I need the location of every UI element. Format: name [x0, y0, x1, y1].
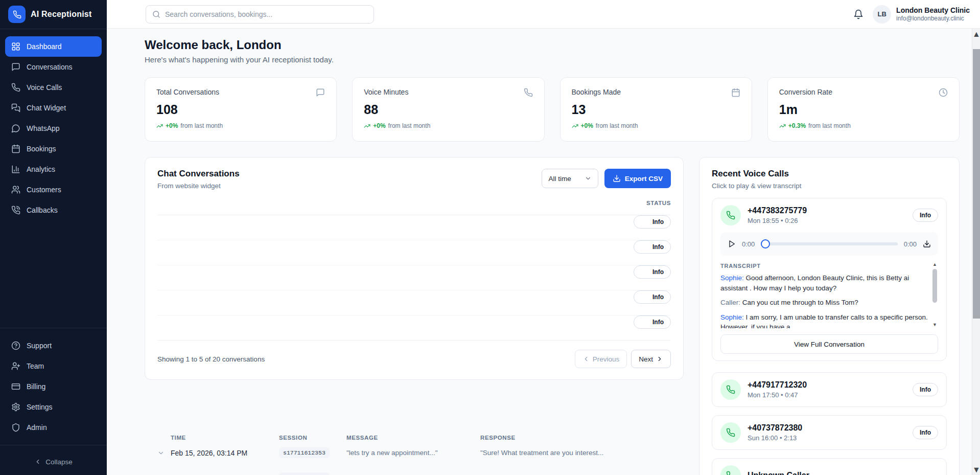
info-button[interactable]: Info: [913, 426, 938, 439]
sidebar-item-admin[interactable]: Admin: [5, 417, 102, 438]
sidebar-item-chat-widget[interactable]: Chat Widget: [5, 98, 102, 118]
download-icon: [613, 174, 621, 183]
trending-up-icon: [156, 123, 163, 129]
info-button[interactable]: Info: [634, 315, 671, 329]
info-button[interactable]: Info: [634, 215, 671, 229]
scroll-down-arrow[interactable]: ▼: [972, 465, 980, 474]
app-logo: AI Receptionist: [0, 0, 107, 29]
sidebar-item-analytics[interactable]: Analytics: [5, 159, 102, 179]
sidebar-item-support[interactable]: Support: [5, 335, 102, 356]
export-csv-button[interactable]: Export CSV: [604, 169, 671, 188]
stat-label: Conversion Rate: [779, 88, 832, 96]
audio-player: 0:00 0:00: [720, 232, 938, 256]
table-row[interactable]: Feb 15, 2026, 04:07 AMs17711212429"hello…: [157, 265, 671, 290]
user-menu[interactable]: LB London Beauty Clinic info@londonbeaut…: [873, 5, 970, 24]
phone-icon: [720, 422, 741, 443]
sidebar-item-bookings[interactable]: Bookings: [5, 139, 102, 159]
transcript-speaker: Caller:: [720, 299, 742, 306]
stats-row: Total Conversations108+0%from last month…: [145, 77, 960, 142]
download-icon[interactable]: [923, 240, 931, 248]
sidebar-item-label: WhatsApp: [27, 124, 60, 132]
analytics-icon: [11, 165, 20, 174]
call-meta: Mon 18:55 • 0:26: [748, 217, 807, 224]
sidebar-item-label: Dashboard: [27, 42, 62, 51]
column-header-session: SESSION: [279, 435, 346, 441]
sidebar-item-label: Billing: [27, 382, 45, 391]
page-title: Welcome back, London: [145, 38, 960, 52]
info-button[interactable]: Info: [634, 290, 671, 304]
admin-icon: [11, 423, 20, 432]
voice-calls-icon: [11, 83, 20, 92]
previous-button[interactable]: Previous: [575, 350, 627, 368]
sidebar-item-team[interactable]: Team: [5, 356, 102, 376]
column-header-response: RESPONSE: [480, 435, 634, 441]
info-button[interactable]: Info: [634, 240, 671, 254]
search-input[interactable]: [165, 10, 367, 18]
stat-card: Total Conversations108+0%from last month: [145, 77, 337, 142]
app-title: AI Receptionist: [31, 10, 91, 19]
bell-icon[interactable]: [853, 9, 864, 19]
table-row[interactable]: Feb 15, 2026, 03:37 AMtest-fix-123"Hello…: [157, 315, 671, 341]
transcript-text: I am sorry, I am unable to transfer call…: [720, 313, 928, 328]
delta-suffix: from last month: [388, 122, 431, 129]
transcript-text: Can you cut me through to Miss Tom?: [742, 299, 858, 306]
table-row[interactable]: Feb 15, 2026, 03:14 PMs17711612353"lets …: [157, 215, 671, 240]
sidebar-item-billing[interactable]: Billing: [5, 376, 102, 397]
sidebar-item-label: Customers: [27, 186, 61, 194]
stat-card: Bookings Made13+0%from last month: [560, 77, 752, 142]
info-button[interactable]: Info: [913, 383, 938, 396]
collapse-button[interactable]: Collapse: [0, 448, 107, 475]
chevron-left-icon: [582, 355, 590, 363]
chat-panel-subtitle: From website widget: [157, 182, 240, 190]
settings-icon: [11, 402, 20, 412]
transcript-message: Sophie: Good afternoon, London Beauty Cl…: [720, 273, 929, 293]
sidebar-item-callbacks[interactable]: Callbacks: [5, 200, 102, 220]
time-filter-select[interactable]: All time: [542, 169, 598, 188]
phone-icon: [720, 465, 741, 475]
view-full-conversation-button[interactable]: View Full Conversation: [720, 334, 938, 354]
seek-slider[interactable]: [761, 239, 897, 249]
delta-value: +0%: [581, 122, 593, 129]
transcript-section: TRANSCRIPT Sophie: Good afternoon, Londo…: [720, 263, 938, 328]
slider-handle[interactable]: [761, 239, 770, 248]
info-button[interactable]: Info: [634, 265, 671, 279]
sidebar-main-nav: DashboardConversationsVoice CallsChat Wi…: [0, 32, 107, 224]
scroll-down-arrow[interactable]: ▼: [932, 322, 937, 328]
sidebar-item-label: Admin: [27, 423, 47, 432]
table-row[interactable]: Feb 15, 2026, 02:44 PMs17711594387"good …: [157, 240, 671, 265]
delta-value: +0%: [166, 122, 178, 129]
row-expand-icon[interactable]: [157, 449, 171, 457]
clock-icon: [939, 88, 948, 97]
time-filter-value: All time: [548, 175, 571, 183]
phone-icon: [524, 88, 533, 97]
voice-call-card[interactable]: Unknown Caller: [712, 458, 947, 475]
chevron-right-icon: [656, 355, 663, 363]
scrollbar-thumb[interactable]: [932, 269, 937, 303]
total-time: 0:00: [904, 240, 917, 248]
table-row[interactable]: Feb 15, 2026, 03:40 AMs17711196420"hi be…: [157, 290, 671, 315]
sidebar-item-whatsapp[interactable]: WhatsApp: [5, 118, 102, 139]
slider-track: [761, 242, 897, 245]
billing-icon: [11, 382, 20, 391]
voice-call-header[interactable]: +447383275779 Mon 18:55 • 0:26 Info: [720, 205, 938, 225]
sidebar-item-label: Callbacks: [27, 206, 58, 214]
info-button[interactable]: Info: [913, 209, 938, 222]
sidebar-item-conversations[interactable]: Conversations: [5, 57, 102, 77]
scrollbar-thumb[interactable]: [973, 49, 980, 319]
phone-icon: [720, 205, 741, 225]
sidebar-item-dashboard[interactable]: Dashboard: [5, 36, 102, 57]
sidebar-item-customers[interactable]: Customers: [5, 179, 102, 200]
sidebar-item-label: Settings: [27, 403, 53, 411]
call-number: +40737872380: [748, 423, 802, 433]
trending-up-icon: [779, 123, 786, 129]
sidebar-item-voice-calls[interactable]: Voice Calls: [5, 77, 102, 98]
play-icon[interactable]: [728, 240, 736, 248]
next-button[interactable]: Next: [631, 350, 671, 368]
voice-call-card[interactable]: +447917712320Mon 17:50 • 0:47Info: [712, 372, 947, 407]
scroll-up-arrow[interactable]: ▲: [972, 30, 980, 38]
scroll-up-arrow[interactable]: ▲: [932, 262, 937, 268]
voice-call-card[interactable]: +40737872380Sun 16:00 • 2:13Info: [712, 415, 947, 450]
voice-call-card-expanded: +447383275779 Mon 18:55 • 0:26 Info 0:00: [712, 198, 947, 361]
sidebar-item-settings[interactable]: Settings: [5, 397, 102, 417]
page-subtitle: Here's what's happening with your AI rec…: [145, 55, 960, 64]
